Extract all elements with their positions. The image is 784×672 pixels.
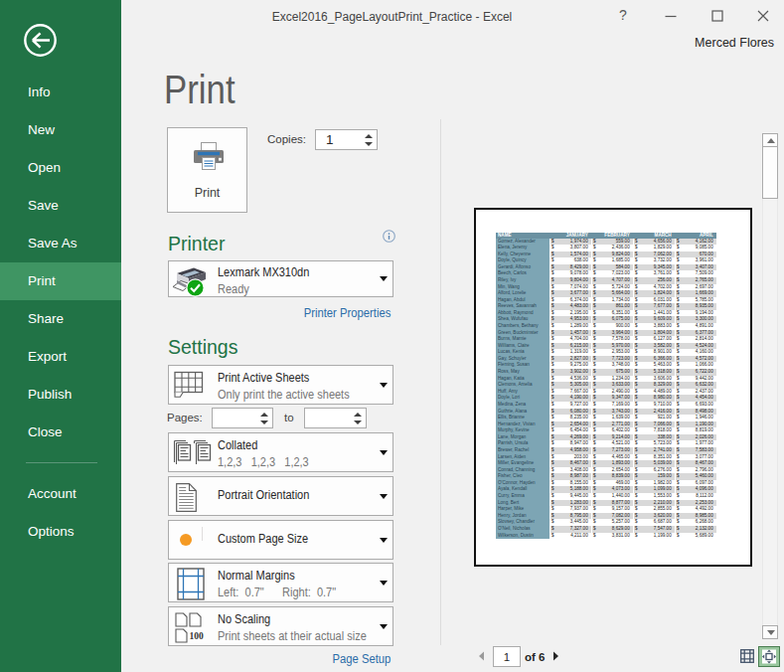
- svg-text:100: 100: [190, 631, 205, 641]
